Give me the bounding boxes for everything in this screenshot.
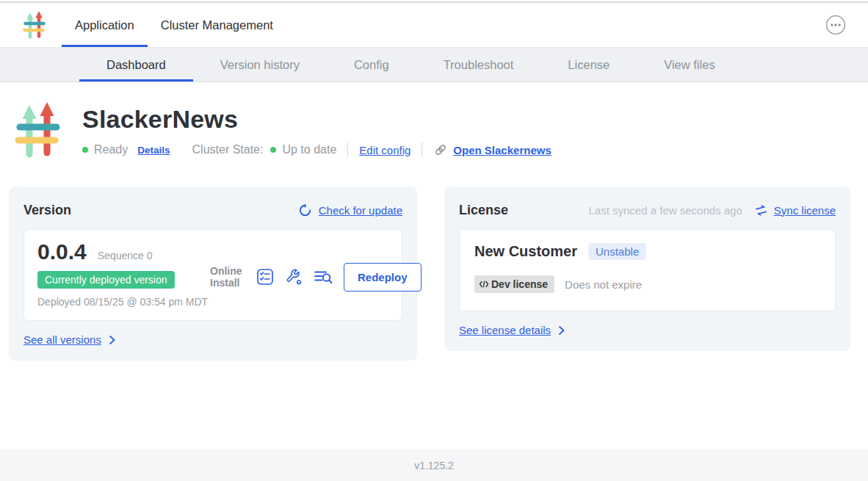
brand-logo	[22, 3, 47, 47]
chevron-right-icon	[106, 334, 118, 346]
tab-application-label: Application	[75, 18, 134, 32]
config-wrench-icon[interactable]	[285, 268, 303, 286]
page-title: SlackerNews	[82, 105, 551, 134]
chevron-right-icon	[556, 325, 568, 336]
redeploy-button[interactable]: Redeploy	[344, 263, 422, 292]
app-status-text: Ready	[94, 143, 128, 156]
cluster-state-dot	[270, 147, 276, 153]
app-status-row: Ready Details Cluster State: Up to date …	[82, 142, 551, 157]
divider	[347, 142, 348, 157]
check-for-update-link[interactable]: Check for update	[319, 204, 402, 217]
app-header: SlackerNews Ready Details Cluster State:…	[0, 82, 868, 162]
top-nav: Application Cluster Management	[0, 3, 868, 48]
tab-application[interactable]: Application	[62, 3, 148, 47]
tab-troubleshoot-label: Troubleshoot	[444, 58, 514, 72]
cluster-state-value: Up to date	[282, 143, 336, 156]
sync-license-link[interactable]: Sync license	[774, 204, 836, 217]
open-app-link-group[interactable]: Open Slackernews	[433, 142, 551, 157]
tab-view-files-label: View files	[664, 58, 715, 72]
refresh-icon	[298, 203, 312, 217]
see-license-details-link[interactable]: See license details	[459, 324, 551, 336]
license-type-badge: Dev license	[474, 275, 554, 293]
footer: v1.125.2	[0, 449, 868, 481]
current-version-panel: 0.0.4 Sequence 0 Currently deployed vers…	[23, 229, 402, 321]
edit-config-link[interactable]: Edit config	[359, 144, 411, 156]
install-type-label: Online Install	[210, 265, 245, 289]
slackernews-logo-icon	[22, 10, 47, 40]
deploy-logs-icon[interactable]	[314, 268, 333, 286]
preflight-checks-icon[interactable]	[256, 268, 274, 286]
see-all-versions-link-group[interactable]: See all versions	[23, 333, 402, 346]
license-details-panel: New Customer Unstable Dev license Does n…	[459, 229, 836, 311]
tab-license[interactable]: License	[540, 48, 637, 82]
status-details-link[interactable]: Details	[137, 145, 170, 156]
version-actions: Online Install	[210, 263, 422, 292]
divider	[422, 142, 422, 157]
tab-version-history[interactable]: Version history	[193, 48, 327, 82]
tab-config-label: Config	[354, 58, 389, 72]
tab-config[interactable]: Config	[327, 48, 416, 82]
version-card-title: Version	[23, 203, 71, 218]
channel-badge: Unstable	[588, 243, 646, 260]
tab-cluster-management-label: Cluster Management	[161, 18, 273, 32]
open-app-link[interactable]: Open Slackernews	[453, 144, 551, 156]
sync-icon	[755, 204, 767, 217]
top-nav-tabs: Application Cluster Management	[62, 3, 286, 47]
license-card: License Last synced a few seconds ago Sy…	[444, 187, 850, 351]
sequence-label: Sequence 0	[98, 250, 153, 261]
app-status-dot	[82, 147, 88, 153]
license-card-title: License	[459, 203, 508, 218]
check-for-update-group[interactable]: Check for update	[298, 203, 402, 217]
tab-cluster-management[interactable]: Cluster Management	[148, 3, 286, 47]
customer-name: New Customer	[474, 243, 577, 260]
overflow-menu-icon[interactable]	[825, 15, 846, 35]
version-info-column: 0.0.4 Sequence 0 Currently deployed vers…	[37, 239, 210, 308]
tab-license-label: License	[568, 58, 610, 72]
tab-troubleshoot[interactable]: Troubleshoot	[416, 48, 541, 82]
version-number: 0.0.4	[37, 239, 87, 264]
slackernews-app-icon	[15, 101, 62, 159]
version-card: Version Check for update 0.0.4 Sequence …	[9, 187, 417, 361]
tab-dashboard[interactable]: Dashboard	[79, 48, 193, 82]
link-chain-icon	[433, 142, 448, 157]
see-all-versions-link[interactable]: See all versions	[23, 333, 101, 346]
last-synced-text: Last synced a few seconds ago	[588, 204, 742, 217]
license-expiration: Does not expire	[565, 278, 642, 291]
cluster-state-label: Cluster State:	[192, 143, 264, 156]
code-icon	[479, 280, 489, 289]
console-version: v1.125.2	[414, 460, 454, 471]
see-license-details-link-group[interactable]: See license details	[459, 324, 836, 336]
license-type-badge-label: Dev license	[491, 278, 548, 290]
app-icon	[15, 101, 62, 162]
deployed-status-badge: Currently deployed version	[37, 271, 175, 289]
deployed-timestamp: Deployed 08/15/25 @ 03:54 pm MDT	[37, 295, 210, 308]
tab-version-history-label: Version history	[220, 58, 300, 72]
tab-view-files[interactable]: View files	[637, 48, 742, 82]
tab-dashboard-label: Dashboard	[106, 58, 166, 72]
app-sub-nav: Dashboard Version history Config Trouble…	[0, 48, 868, 82]
